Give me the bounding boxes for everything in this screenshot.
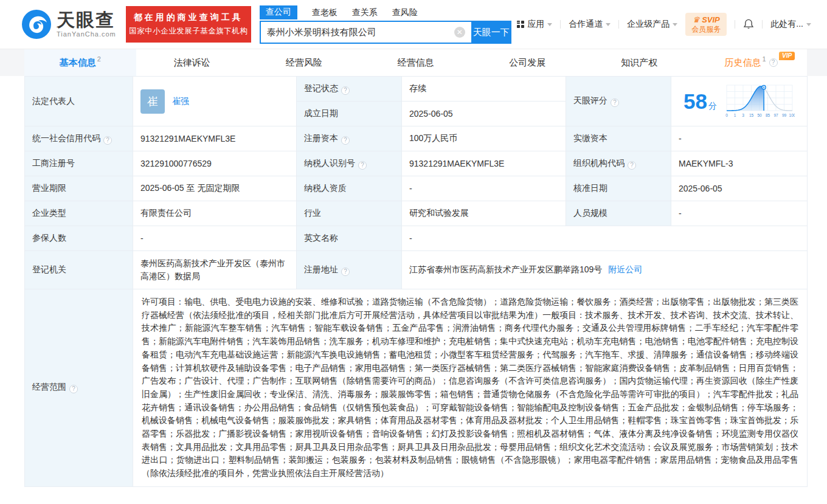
tab-label: 知识产权	[621, 57, 657, 69]
promo-banner: 都在用的商业查询工具 国家中小企业发展子基金旗下机构	[126, 6, 251, 43]
tab-label: 法律诉讼	[174, 57, 210, 69]
field-label-est-date: 成立日期	[297, 102, 402, 126]
tab-count: 2	[97, 55, 101, 63]
help-icon[interactable]	[769, 58, 778, 67]
svg-text:0: 0	[725, 113, 728, 117]
search-input[interactable]	[260, 21, 471, 44]
tab-count: 1	[763, 55, 766, 63]
nav-enterprise-label: 企业级产品	[627, 19, 670, 30]
divider	[762, 20, 763, 29]
tab-legal-proceedings[interactable]: 法律诉讼	[136, 49, 248, 76]
field-label-staff-size: 人员规模	[566, 201, 671, 226]
tab-label: 经营信息	[398, 57, 434, 69]
search-area: 查公司 查老板 查关系 查风险 ✕ 天眼一下	[260, 5, 511, 44]
field-label-approval-date: 核准日期	[566, 176, 671, 201]
field-value-reg-number: 321291000776529	[133, 151, 297, 176]
search-tab-relation[interactable]: 查关系	[352, 7, 378, 19]
field-value-paid-capital: -	[671, 126, 808, 151]
crown-icon: ♛	[693, 15, 700, 24]
tab-basic-info[interactable]: 基本信息2	[24, 49, 136, 76]
svg-text:85: 85	[766, 113, 770, 117]
field-value-taxpayer-qualification: -	[402, 176, 566, 201]
tianyancha-logo[interactable]: 天眼查 TianYanCha.com	[21, 9, 116, 40]
score-chart: 0131550859799100	[723, 84, 795, 119]
tab-business-info[interactable]: 经营信息	[360, 49, 472, 76]
tab-business-risk[interactable]: 经营风险	[248, 49, 360, 76]
field-label-paid-capital: 实缴资本	[566, 126, 671, 151]
help-icon[interactable]	[358, 161, 367, 170]
field-label-reg-address: 注册地址	[297, 251, 402, 289]
apps-grid-icon	[517, 21, 524, 28]
search-tabs: 查公司 查老板 查关系 查风险	[260, 5, 511, 19]
divider	[560, 20, 561, 29]
field-label-taxpayer-qualification: 纳税人资质	[297, 176, 402, 201]
tab-history-info[interactable]: VIP 历史信息1	[695, 49, 807, 76]
score-number: 58	[683, 89, 707, 113]
search-button[interactable]: 天眼一下	[471, 21, 511, 44]
field-value-business-scope: 许可项目：输电、供电、受电电力设施的安装、维修和试验；道路货物运输（不含危险货物…	[133, 289, 808, 487]
top-header: 天眼查 TianYanCha.com 都在用的商业查询工具 国家中小企业发展子基…	[0, 0, 827, 49]
field-value-reg-authority: 泰州医药高新技术产业开发区（泰州市高港区）数据局	[133, 251, 297, 289]
nav-apps-label: 应用	[527, 19, 544, 30]
notification-bell-icon[interactable]	[743, 19, 754, 30]
nearby-companies-link[interactable]: 附近公司	[608, 264, 642, 275]
tab-label: 公司发展	[509, 57, 545, 69]
field-value-taxpayer-id: 91321291MAEKYMFL3E	[402, 151, 566, 176]
nav-enterprise[interactable]: 企业级产品	[627, 19, 677, 30]
help-icon[interactable]	[341, 136, 350, 145]
address-text: 江苏省泰州市医药高新技术产业开发区鹏举路109号	[409, 264, 602, 275]
field-value-reg-address: 江苏省泰州市医药高新技术产业开发区鹏举路109号 附近公司	[402, 251, 808, 289]
field-label-score: 天眼评分	[566, 77, 671, 126]
legal-rep-link[interactable]: 崔强	[172, 96, 189, 107]
promo-line1: 都在用的商业查询工具	[134, 12, 243, 23]
divider	[735, 20, 735, 29]
tab-company-development[interactable]: 公司发展	[471, 49, 583, 76]
field-label-org-code: 组织机构代码	[566, 151, 671, 176]
page-tabs: 基本信息2 法律诉讼 经营风险 经营信息 公司发展 知识产权 VIP 历史信息1	[24, 49, 807, 76]
field-value-company-type: 有限责任公司	[133, 201, 297, 226]
tab-label: 基本信息	[60, 57, 96, 69]
avatar[interactable]: 崔	[140, 89, 165, 114]
help-icon[interactable]	[69, 385, 78, 393]
svg-text:15: 15	[749, 113, 754, 117]
divider	[618, 20, 619, 29]
nav-more[interactable]: 此处有...	[770, 19, 811, 30]
nav-apps[interactable]: 应用	[517, 19, 552, 30]
help-icon[interactable]	[341, 86, 350, 95]
svg-text:97: 97	[773, 113, 778, 117]
search-tab-boss[interactable]: 查老板	[312, 7, 337, 19]
field-value-english-name: -	[402, 226, 808, 251]
field-value-insured-count: -	[133, 226, 297, 251]
field-value-approval-date: 2025-06-05	[671, 176, 808, 201]
field-label-business-scope: 经营范围	[25, 289, 133, 487]
field-value-score: 58分 0131550859799100	[671, 77, 808, 126]
brand-domain: TianYanCha.com	[57, 31, 116, 38]
help-icon[interactable]	[103, 136, 112, 145]
help-icon[interactable]	[628, 161, 636, 170]
search-tab-risk[interactable]: 查风险	[392, 7, 418, 19]
search-tab-company[interactable]: 查公司	[260, 5, 297, 19]
field-value-uscc: 91321291MAEKYMFL3E	[133, 126, 297, 151]
promo-line2: 国家中小企业发展子基金旗下机构	[129, 26, 247, 36]
clear-search-icon[interactable]: ✕	[454, 27, 465, 38]
field-label-reg-authority: 登记机关	[25, 251, 133, 289]
svg-text:1: 1	[734, 113, 736, 117]
field-value-reg-status: 存续	[402, 77, 566, 102]
svip-label: SVIP	[702, 15, 720, 24]
help-icon[interactable]	[611, 98, 619, 107]
chevron-down-icon	[606, 23, 611, 26]
svg-text:3: 3	[742, 113, 744, 117]
svip-member-badge[interactable]: ♛ SVIP 会员服务	[685, 13, 727, 36]
help-icon[interactable]	[341, 268, 350, 276]
field-value-industry: 研究和试验发展	[402, 201, 566, 226]
field-label-industry: 行业	[297, 201, 402, 226]
nav-cooperation[interactable]: 合作通道	[569, 19, 611, 30]
score-unit: 分	[708, 101, 717, 111]
tab-intellectual-property[interactable]: 知识产权	[583, 49, 695, 76]
company-info-table: 法定代表人 崔 崔强 登记状态 存续 天眼评分 58分 013155085979…	[24, 76, 808, 487]
nav-cooperation-label: 合作通道	[569, 19, 603, 30]
tab-label: 历史信息	[725, 57, 761, 69]
field-label-english-name: 英文名称	[297, 226, 402, 251]
field-label-uscc: 统一社会信用代码	[25, 126, 133, 151]
field-value-reg-capital: 100万人民币	[402, 126, 566, 151]
